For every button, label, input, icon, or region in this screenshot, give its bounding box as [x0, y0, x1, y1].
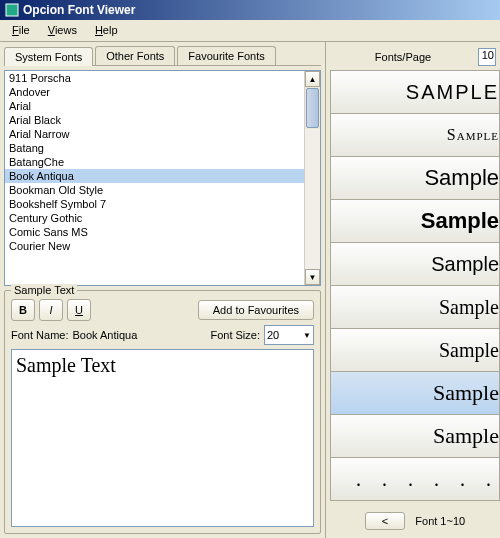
sample-text-area[interactable]: Sample Text	[11, 349, 314, 527]
font-list[interactable]: 911 PorschaAndoverArialArial BlackArial …	[5, 71, 304, 285]
tab-system-fonts[interactable]: System Fonts	[4, 47, 93, 66]
add-to-favourites-button[interactable]: Add to Favourites	[198, 300, 314, 320]
preview-item[interactable]: Sample	[330, 200, 500, 243]
preview-item[interactable]: Sample	[330, 372, 500, 415]
font-range-label: Font 1~10	[415, 515, 465, 527]
menu-file[interactable]: File	[4, 22, 38, 39]
font-info-row: Font Name: Book Antiqua Font Size: 20 ▼	[11, 325, 314, 345]
tab-other-fonts[interactable]: Other Fonts	[95, 46, 175, 65]
menu-views[interactable]: Views	[40, 22, 85, 39]
font-size-label: Font Size:	[210, 329, 260, 341]
preview-item[interactable]: Sample	[330, 243, 500, 286]
left-panel: System Fonts Other Fonts Favourite Fonts…	[0, 42, 326, 538]
preview-item[interactable]: Sample	[330, 286, 500, 329]
font-size-select[interactable]: 20 ▼	[264, 325, 314, 345]
preview-item[interactable]: Sample	[330, 329, 500, 372]
scroll-down-button[interactable]: ▼	[305, 269, 320, 285]
title-bar: Opcion Font Viewer	[0, 0, 500, 20]
font-list-item[interactable]: Courier New	[5, 239, 304, 253]
font-name-label: Font Name:	[11, 329, 68, 341]
italic-button[interactable]: I	[39, 299, 63, 321]
scroll-up-button[interactable]: ▲	[305, 71, 320, 87]
tab-favourite-fonts[interactable]: Favourite Fonts	[177, 46, 275, 65]
menu-bar: File Views Help	[0, 20, 500, 42]
app-window: Opcion Font Viewer File Views Help Syste…	[0, 0, 500, 538]
content-area: System Fonts Other Fonts Favourite Fonts…	[0, 42, 500, 538]
font-list-item[interactable]: BatangChe	[5, 155, 304, 169]
title-text: Opcion Font Viewer	[23, 3, 135, 17]
chevron-down-icon: ▼	[303, 331, 311, 340]
font-list-item[interactable]: Bookshelf Symbol 7	[5, 197, 304, 211]
font-list-item[interactable]: Comic Sans MS	[5, 225, 304, 239]
preview-item[interactable]: Sample	[330, 157, 500, 200]
fonts-per-page-input[interactable]: 10	[478, 48, 496, 66]
font-list-item[interactable]: Book Antiqua	[5, 169, 304, 183]
prev-page-button[interactable]: <	[365, 512, 405, 530]
sample-text-group: Sample Text B I U Add to Favourites Font…	[4, 290, 321, 534]
font-list-container: 911 PorschaAndoverArialArial BlackArial …	[4, 70, 321, 286]
font-list-item[interactable]: 911 Porscha	[5, 71, 304, 85]
preview-header: Fonts/Page 10	[330, 46, 500, 68]
font-list-item[interactable]: Bookman Old Style	[5, 183, 304, 197]
format-toolbar: B I U Add to Favourites	[11, 299, 314, 321]
app-icon	[5, 3, 19, 17]
scrollbar[interactable]: ▲ ▼	[304, 71, 320, 285]
font-name-value: Book Antiqua	[72, 329, 137, 341]
font-list-item[interactable]: Arial Narrow	[5, 127, 304, 141]
preview-item[interactable]: SAMPLE	[330, 71, 500, 114]
menu-help[interactable]: Help	[87, 22, 126, 39]
font-list-item[interactable]: Arial	[5, 99, 304, 113]
preview-nav: < Font 1~10	[330, 508, 500, 534]
scroll-track[interactable]	[305, 129, 320, 269]
fonts-per-page-label: Fonts/Page	[334, 51, 472, 63]
tab-bar: System Fonts Other Fonts Favourite Fonts	[4, 46, 321, 66]
font-size-value: 20	[267, 329, 279, 341]
underline-button[interactable]: U	[67, 299, 91, 321]
preview-item[interactable]: Sample	[330, 114, 500, 157]
font-list-item[interactable]: Arial Black	[5, 113, 304, 127]
svg-rect-0	[6, 4, 18, 16]
bold-button[interactable]: B	[11, 299, 35, 321]
preview-list: SAMPLESampleSampleSampleSampleSampleSamp…	[330, 70, 500, 506]
font-list-item[interactable]: Batang	[5, 141, 304, 155]
right-panel: Fonts/Page 10 SAMPLESampleSampleSampleSa…	[326, 42, 500, 538]
preview-item[interactable]: Sample	[330, 415, 500, 458]
font-list-item[interactable]: Century Gothic	[5, 211, 304, 225]
scroll-thumb[interactable]	[306, 88, 319, 128]
group-title: Sample Text	[11, 284, 77, 296]
preview-item[interactable]: . . . . . .	[330, 458, 500, 501]
font-list-item[interactable]: Andover	[5, 85, 304, 99]
